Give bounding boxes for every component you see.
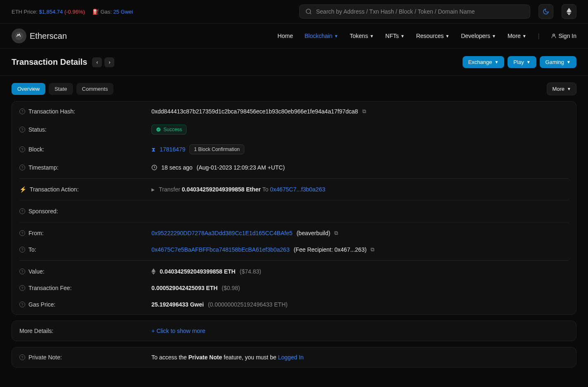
play-button[interactable]: Play▼ [508,56,536,68]
nav-home[interactable]: Home [278,33,293,39]
label-value: Value: [28,268,45,275]
gas-eth: (0.000000025192496433 ETH) [208,301,288,308]
tx-details-card: ?Transaction Hash: 0xdd844413c87b217359d… [12,101,576,315]
help-icon[interactable]: ? [19,230,25,236]
theme-toggle-button[interactable] [538,4,553,19]
status-badge: Success [151,125,187,135]
lightning-icon: ⚡ [19,186,26,193]
chevron-down-icon: ▼ [494,60,498,64]
label-sponsored: Sponsored: [28,208,58,215]
help-icon[interactable]: ? [19,302,25,307]
label-timestamp: Timestamp: [28,164,59,171]
search-input[interactable] [316,8,524,15]
gas-info: ⛽ Gas: 25 Gwei [92,9,133,15]
chevron-down-icon: ▼ [527,60,531,64]
confirmations-badge: 1 Block Confirmation [189,144,244,154]
caret-right-icon: ▶ [151,187,155,192]
timestamp-ago: 18 secs ago [161,164,193,171]
page-title: Transaction Details [12,57,87,67]
help-icon[interactable]: ? [19,109,25,114]
action-amount: 0.040342592049399858 Ether [182,186,261,193]
block-link[interactable]: 17816479 [160,146,185,153]
from-label: (beaverbuild) [297,230,331,236]
private-note-card: ?Private Note: To access the Private Not… [12,347,576,368]
label-moredetails: More Details: [19,328,53,334]
label-block: Block: [28,146,44,153]
svg-point-0 [306,9,311,14]
help-icon[interactable]: ? [19,269,25,274]
eth-price: ETH Price: $1,854.74 (-0.96%) [12,9,85,15]
nav-resources[interactable]: Resources▼ [416,33,449,39]
label-from: From: [28,230,44,236]
help-icon[interactable]: ? [19,127,25,132]
svg-point-4 [156,127,161,132]
copy-to-button[interactable]: ⧉ [371,246,374,253]
label-gasprice: Gas Price: [28,301,55,308]
logo[interactable]: Etherscan [12,28,67,43]
tx-hash-value: 0xdd844413c87b217359d1c2bca798456ece1b93… [151,108,358,115]
show-more-button[interactable]: +Click to show more [151,328,205,334]
chevron-down-icon: ▼ [400,34,404,38]
check-circle-icon [156,127,161,132]
help-icon[interactable]: ? [19,146,25,152]
tab-comments[interactable]: Comments [76,83,114,95]
next-tx-button[interactable]: › [104,57,114,67]
clock-icon [151,165,157,170]
exchange-button[interactable]: Exchange▼ [463,56,505,68]
nav-signin[interactable]: Sign In [551,33,576,39]
top-bar: ETH Price: $1,854.74 (-0.96%) ⛽ Gas: 25 … [0,0,588,24]
plus-icon: + [151,328,155,334]
help-icon[interactable]: ? [19,165,25,170]
help-icon[interactable]: ? [19,354,25,360]
to-label: (Fee Recipient: 0x467...263) [294,246,367,253]
label-privatenote: Private Note: [28,354,62,361]
user-icon [551,33,557,39]
page-header: Transaction Details ‹ › Exchange▼ Play▼ … [0,49,588,76]
search-box[interactable] [299,5,530,19]
gas-link[interactable]: 25 Gwei [113,9,133,15]
main-nav: Etherscan Home Blockchain▼ Tokens▼ NFTs▼… [0,24,588,49]
fee-eth: 0.000529042425093 ETH [151,285,217,291]
chevron-down-icon: ▼ [567,60,571,64]
timestamp-full: (Aug-01-2023 12:09:23 AM +UTC) [197,164,285,171]
gaming-button[interactable]: Gaming▼ [540,56,576,68]
label-txhash: Transaction Hash: [28,108,75,115]
chevron-down-icon: ▼ [334,34,338,38]
tab-overview[interactable]: Overview [12,83,45,95]
to-address-link[interactable]: 0x4675C7e5BaAFBFFbca748158bEcBA61ef3b0a2… [151,246,290,253]
more-details-card: More Details: +Click to show more [12,321,576,341]
copy-hash-button[interactable]: ⧉ [362,108,366,115]
help-icon[interactable]: ? [19,208,25,214]
label-txaction: Transaction Action: [30,186,79,193]
svg-point-3 [553,34,555,36]
action-to-link[interactable]: 0x4675C7...f3b0a263 [270,186,325,193]
nav-developers[interactable]: Developers▼ [461,33,496,39]
svg-line-1 [310,13,311,14]
eth-network-button[interactable] [562,4,576,19]
etherscan-logo-icon [12,28,26,43]
search-icon [305,8,312,15]
label-to: To: [28,246,36,253]
value-usd: ($74.83) [240,268,261,275]
chevron-down-icon: ▼ [522,34,527,38]
gas-icon: ⛽ [92,9,99,15]
help-icon[interactable]: ? [19,285,25,291]
tab-state[interactable]: State [49,83,73,95]
label-status: Status: [28,126,47,133]
hourglass-icon: ⧗ [151,146,156,153]
value-eth: 0.040342592049399858 ETH [160,268,236,275]
gas-gwei: 25.192496433 Gwei [151,301,204,308]
nav-nfts[interactable]: NFTs▼ [385,33,405,39]
nav-blockchain[interactable]: Blockchain▼ [305,33,338,39]
nav-more[interactable]: More▼ [508,33,527,39]
help-icon[interactable]: ? [19,247,25,252]
copy-from-button[interactable]: ⧉ [334,230,338,236]
logged-in-link[interactable]: Logged In [278,354,304,361]
label-txfee: Transaction Fee: [28,285,72,291]
eth-price-value: $1,854.74 [39,9,63,15]
nav-tokens[interactable]: Tokens▼ [350,33,374,39]
tabs-more-dropdown[interactable]: More▼ [547,83,576,95]
prev-tx-button[interactable]: ‹ [92,57,102,67]
from-address-link[interactable]: 0x95222290DD7278Aa3Ddd389Cc1E1d165CC4BAf… [151,230,293,236]
eth-icon [151,268,156,275]
